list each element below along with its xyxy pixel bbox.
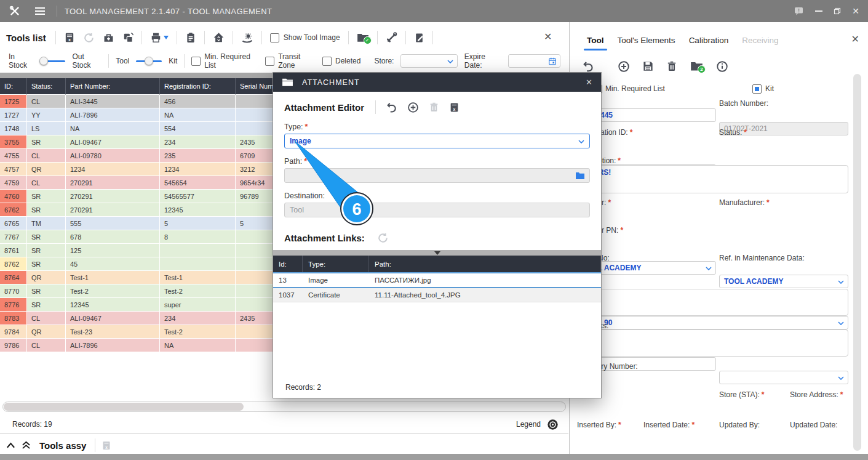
save-icon[interactable] (642, 60, 654, 72)
cell: CL (27, 95, 66, 108)
editor-add-icon[interactable] (407, 102, 419, 113)
close-tools-list-button[interactable]: ✕ (544, 31, 552, 42)
browse-folder-icon[interactable] (575, 172, 585, 180)
description-textarea[interactable]: PLIERS! (577, 165, 848, 193)
editor-delete-icon[interactable] (429, 102, 439, 113)
print-icon[interactable] (150, 32, 169, 43)
tab-calibration[interactable]: Calibration (689, 36, 729, 45)
cell: CL (27, 176, 66, 190)
app-tools-icon (9, 5, 21, 17)
excel-export-icon[interactable]: x (64, 32, 75, 43)
note-textarea[interactable] (577, 289, 848, 316)
tools-wrench-icon[interactable] (386, 32, 397, 43)
cell: 1234 (66, 163, 160, 176)
status-label: Status:* (719, 128, 747, 137)
destination-label: Destination: (284, 192, 590, 200)
cell: 4755 (0, 149, 27, 163)
maximize-button[interactable] (834, 7, 841, 15)
expire-date-input[interactable] (508, 54, 560, 68)
menu-hamburger-icon[interactable] (34, 7, 46, 15)
ref-maintenance-select[interactable] (719, 371, 848, 384)
home-transfer-icon[interactable] (213, 32, 225, 43)
add-icon[interactable] (618, 60, 630, 73)
cell: 8764 (0, 271, 27, 284)
panel-scrollbar[interactable] (853, 74, 861, 451)
collapse-chevron-icon[interactable] (6, 442, 15, 449)
store-select[interactable] (400, 54, 457, 68)
type-select[interactable]: Image (284, 134, 590, 148)
minimize-button[interactable] (815, 10, 822, 12)
cell: 1727 (0, 108, 27, 122)
duplicate-icon[interactable] (122, 32, 133, 43)
kit-checkbox[interactable] (752, 84, 762, 94)
supplier-pn-select[interactable]: 90 (577, 316, 848, 329)
type-label: Type:* (284, 123, 590, 131)
transit-zone-checkbox[interactable] (265, 57, 274, 66)
min-required-checkbox[interactable] (191, 57, 201, 66)
editor-excel-icon[interactable]: x (449, 102, 460, 113)
attachments-badge: ✓ (364, 36, 372, 44)
column-header[interactable]: Part Number: (66, 78, 160, 95)
editor-refresh-icon[interactable] (386, 102, 397, 113)
store-address-label: Store Address:* (790, 390, 843, 399)
collapse-all-chevron-icon[interactable] (22, 441, 31, 450)
tool-kit-toggle[interactable] (136, 57, 162, 65)
delete-icon[interactable] (666, 60, 677, 72)
paste-clipboard-icon[interactable] (185, 32, 196, 43)
links-column-header[interactable]: Id: (273, 256, 303, 272)
attachments-folder-icon[interactable]: ✓ (357, 33, 369, 42)
scrollbar-thumb[interactable] (4, 403, 244, 411)
tab-tool[interactable]: Tool (587, 36, 604, 45)
cell: 12345 (160, 203, 236, 217)
attachment-dialog-header[interactable]: ATTACHMENT ✕ (273, 73, 601, 92)
calendar-icon[interactable] (548, 57, 557, 66)
tab-tool-s-elements[interactable]: Tool's Elements (618, 36, 675, 45)
attachment-dialog-title: ATTACHMENT (302, 78, 360, 87)
column-header[interactable]: Status: (27, 78, 66, 95)
column-header[interactable]: ID: (0, 78, 27, 95)
show-tool-image-checkbox[interactable] (270, 33, 279, 42)
links-refresh-icon[interactable] (377, 232, 389, 244)
cell: 9786 (0, 339, 27, 352)
attachment-links-title: Attachment Links: (284, 233, 365, 243)
remarks-textarea[interactable] (577, 329, 848, 357)
tab-receiving[interactable]: Receiving (742, 36, 778, 45)
panel-attachments-folder-icon[interactable]: 2 (690, 61, 703, 71)
refresh-icon[interactable] (83, 32, 95, 44)
pane-title: Tools list (6, 33, 46, 43)
links-column-header[interactable]: Type: (303, 256, 369, 272)
close-panel-button[interactable]: ✕ (851, 33, 859, 45)
attachment-editor-title: Attachment Editor (284, 102, 364, 113)
horizontal-scrollbar[interactable] (2, 401, 566, 412)
tools-list-toolbar: Tools list x (0, 27, 439, 48)
column-header[interactable]: Registration ID: (160, 78, 236, 95)
cell: SR (27, 257, 66, 271)
cell: 1748 (0, 122, 27, 135)
cell: 234 (160, 135, 236, 149)
service-hand-gear-icon[interactable] (241, 32, 253, 44)
assy-excel-export-icon[interactable]: x (102, 440, 111, 451)
add-toolbox-icon[interactable] (103, 32, 114, 43)
notification-bubble-icon[interactable] (794, 6, 804, 16)
cell: Test-1 (66, 271, 160, 284)
stock-toggle[interactable] (39, 57, 65, 65)
cell: ALI-09467 (66, 312, 160, 325)
close-dialog-button[interactable]: ✕ (586, 78, 592, 87)
links-splitter[interactable] (273, 250, 601, 256)
cell: 6762 (0, 203, 27, 217)
tools-assy-title[interactable]: Tools assy (39, 440, 86, 451)
attachment-editor-toolbar: Attachment Editor x (284, 100, 590, 114)
edit-icon[interactable] (414, 32, 424, 43)
deleted-checkbox[interactable] (322, 57, 332, 66)
legend-icon[interactable] (547, 419, 559, 430)
undo-icon[interactable] (582, 60, 594, 73)
manufacturer-select[interactable]: TOOL ACADEMY (719, 275, 848, 288)
links-column-header[interactable]: Path: (369, 256, 601, 272)
out-stock-label: Out Stock (72, 52, 102, 70)
links-row[interactable]: 13ImageПАССАТИЖИ.jpg (273, 272, 601, 288)
links-cell: 1037 (273, 288, 303, 302)
links-row[interactable]: 1037Certificate11.11-Attached_tool_4.JPG (273, 288, 601, 302)
cell: YY (27, 108, 66, 122)
info-icon[interactable] (716, 60, 728, 73)
close-window-button[interactable]: ✕ (852, 7, 859, 15)
